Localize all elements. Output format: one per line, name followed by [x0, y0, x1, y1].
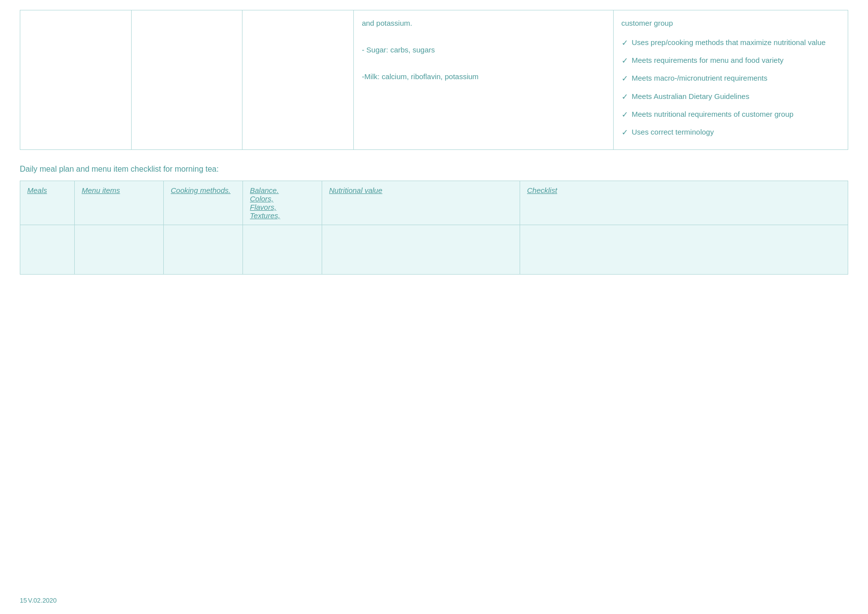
checklist-item-2: ✓ Meets requirements for menu and food v… [622, 53, 840, 68]
empty-col-3 [242, 10, 354, 150]
content-line-1: and potassium. [362, 16, 605, 30]
page-wrapper: and potassium. - Sugar: carbs, sugars -M… [0, 0, 868, 614]
balance-line2: Colors, [250, 194, 315, 203]
cell-nutritional [322, 225, 520, 274]
checklist-item-5: ✓ Meets nutritional requirements of cust… [622, 107, 840, 122]
bottom-table-data-row [20, 225, 848, 274]
daily-plan-label: Daily meal plan and menu item checklist … [20, 165, 848, 174]
checklist-item-3: ✓ Meets macro-/micronutrient requirement… [622, 71, 840, 86]
checklist-item-1: ✓ Uses prep/cooking methods that maximiz… [622, 36, 840, 50]
bottom-table: Meals Menu items Cooking methods. Balanc… [20, 181, 848, 275]
check-text-6: Uses correct terminology [632, 125, 714, 140]
balance-line4: Textures, [250, 211, 315, 220]
empty-col-2 [131, 10, 242, 150]
check-icon-6: ✓ [622, 125, 628, 140]
check-icon-3: ✓ [622, 71, 628, 86]
checklist-items: customer group ✓ Uses prep/cooking metho… [622, 16, 840, 141]
check-icon-4: ✓ [622, 90, 628, 104]
footer-version: V.02.2020 [28, 597, 56, 604]
header-menu: Menu items [75, 181, 164, 225]
check-icon-1: ✓ [622, 36, 628, 50]
check-text-4: Meets Australian Dietary Guidelines [632, 90, 750, 104]
footer-line: 15 V.02.2020 [20, 597, 57, 604]
balance-line3: Flavors, [250, 203, 315, 211]
content-list: and potassium. - Sugar: carbs, sugars -M… [362, 16, 605, 83]
check-icon-2: ✓ [622, 53, 628, 68]
checklist-col: customer group ✓ Uses prep/cooking metho… [613, 10, 848, 150]
bottom-table-header-row: Meals Menu items Cooking methods. Balanc… [20, 181, 848, 225]
cell-menu [75, 225, 164, 274]
cell-balance [243, 225, 322, 274]
header-checklist: Checklist [520, 181, 848, 225]
checklist-item-4: ✓ Meets Australian Dietary Guidelines [622, 90, 840, 104]
checklist-item-6: ✓ Uses correct terminology [622, 125, 840, 140]
header-balance: Balance. Colors, Flavors, Textures, [243, 181, 322, 225]
check-text-2: Meets requirements for menu and food var… [632, 53, 784, 68]
check-text-3: Meets macro-/micronutrient requirements [632, 71, 768, 86]
cell-meals [20, 225, 75, 274]
page-footer: 15 V.02.2020 [20, 597, 57, 604]
checklist-header: customer group [622, 16, 840, 31]
content-col: and potassium. - Sugar: carbs, sugars -M… [354, 10, 613, 150]
top-table: and potassium. - Sugar: carbs, sugars -M… [20, 10, 848, 150]
header-meals: Meals [20, 181, 75, 225]
header-nutritional: Nutritional value [322, 181, 520, 225]
cell-cooking [164, 225, 243, 274]
content-line-2: - Sugar: carbs, sugars [362, 43, 605, 56]
check-text-5: Meets nutritional requirements of custom… [632, 107, 794, 122]
check-text-1: Uses prep/cooking methods that maximize … [632, 36, 826, 50]
top-table-row: and potassium. - Sugar: carbs, sugars -M… [20, 10, 848, 150]
balance-line1: Balance. [250, 186, 315, 194]
content-line-3: -Milk: calcium, riboflavin, potassium [362, 70, 605, 83]
check-icon-5: ✓ [622, 107, 628, 122]
cell-checklist [520, 225, 848, 274]
header-cooking: Cooking methods. [164, 181, 243, 225]
page-number: 15 [20, 597, 27, 604]
empty-col-1 [20, 10, 132, 150]
